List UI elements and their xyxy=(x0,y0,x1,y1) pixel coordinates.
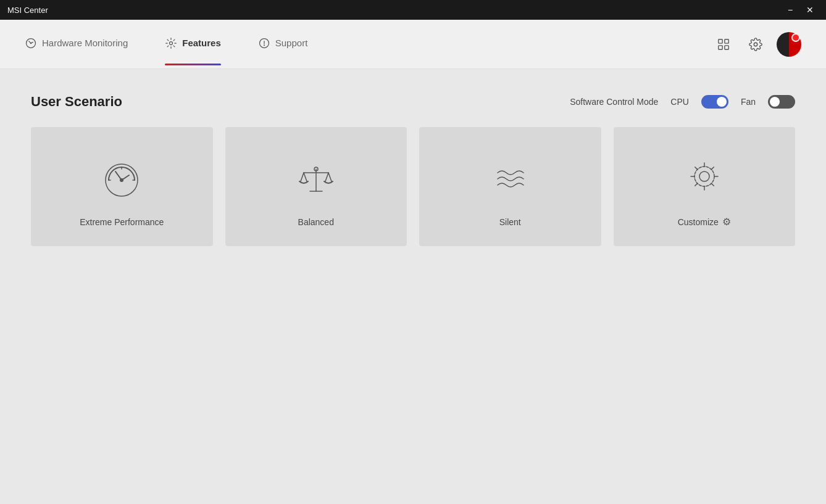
svg-line-22 xyxy=(328,173,332,181)
window-controls: − ✕ xyxy=(782,3,819,17)
svg-point-24 xyxy=(695,167,714,186)
customize-small-gear: ⚙ xyxy=(722,216,731,228)
section-title: User Scenario xyxy=(31,94,122,110)
nav-bar: Hardware Monitoring Features xyxy=(0,20,826,69)
svg-rect-7 xyxy=(719,45,722,49)
svg-rect-8 xyxy=(725,45,728,49)
software-control-label: Software Control Mode xyxy=(570,97,658,107)
waves-icon xyxy=(485,153,535,202)
tab-hardware-monitoring-label: Hardware Monitoring xyxy=(42,38,128,48)
card-customize-label: Customize ⚙ xyxy=(678,216,731,228)
nav-actions xyxy=(712,32,801,57)
settings-button[interactable] xyxy=(745,33,767,56)
card-extreme-performance[interactable]: Extreme Performance xyxy=(31,127,213,246)
title-bar: MSI Center − ✕ xyxy=(0,0,826,20)
speedometer-icon xyxy=(97,153,146,202)
svg-point-9 xyxy=(754,43,757,46)
svg-point-11 xyxy=(120,178,123,182)
card-extreme-performance-label: Extreme Performance xyxy=(80,217,164,227)
hardware-monitoring-icon xyxy=(25,37,37,49)
tab-features-label: Features xyxy=(182,38,221,48)
svg-line-19 xyxy=(301,173,304,181)
cpu-toggle[interactable] xyxy=(701,95,728,109)
app-title: MSI Center xyxy=(7,6,48,15)
card-balanced[interactable]: Balanced xyxy=(225,127,407,246)
svg-point-1 xyxy=(30,42,32,44)
scenario-cards-grid: Extreme Performance xyxy=(31,127,795,246)
main-content: User Scenario Software Control Mode CPU … xyxy=(0,69,826,504)
fan-label: Fan xyxy=(741,97,756,107)
tab-support-label: Support xyxy=(275,38,308,48)
tab-hardware-monitoring[interactable]: Hardware Monitoring xyxy=(25,37,128,52)
tab-support[interactable]: Support xyxy=(258,37,308,52)
fan-toggle[interactable] xyxy=(768,95,795,109)
card-silent-label: Silent xyxy=(499,217,521,227)
svg-rect-6 xyxy=(725,39,728,43)
customize-gear-icon xyxy=(680,152,729,201)
features-icon xyxy=(165,37,177,49)
settings-icon xyxy=(749,38,762,51)
section-header: User Scenario Software Control Mode CPU … xyxy=(31,94,795,110)
app-window: Hardware Monitoring Features xyxy=(0,20,826,504)
svg-point-4 xyxy=(264,44,264,45)
user-avatar[interactable] xyxy=(777,32,801,57)
minimize-button[interactable]: − xyxy=(782,3,799,17)
close-button[interactable]: ✕ xyxy=(801,3,819,17)
svg-point-23 xyxy=(699,171,709,181)
svg-line-21 xyxy=(325,173,328,181)
card-customize[interactable]: Customize ⚙ xyxy=(614,127,796,246)
svg-rect-5 xyxy=(719,39,722,43)
nav-tabs: Hardware Monitoring Features xyxy=(25,37,712,52)
card-silent[interactable]: Silent xyxy=(419,127,601,246)
controls-row: Software Control Mode CPU Fan xyxy=(570,95,795,109)
apps-grid-button[interactable] xyxy=(712,33,735,56)
scale-icon xyxy=(291,153,341,202)
support-icon xyxy=(258,37,270,49)
svg-point-2 xyxy=(170,41,173,44)
card-balanced-label: Balanced xyxy=(298,217,334,227)
svg-line-20 xyxy=(304,173,307,181)
cpu-label: CPU xyxy=(670,97,689,107)
tab-features[interactable]: Features xyxy=(165,37,221,52)
apps-grid-icon xyxy=(717,38,730,51)
